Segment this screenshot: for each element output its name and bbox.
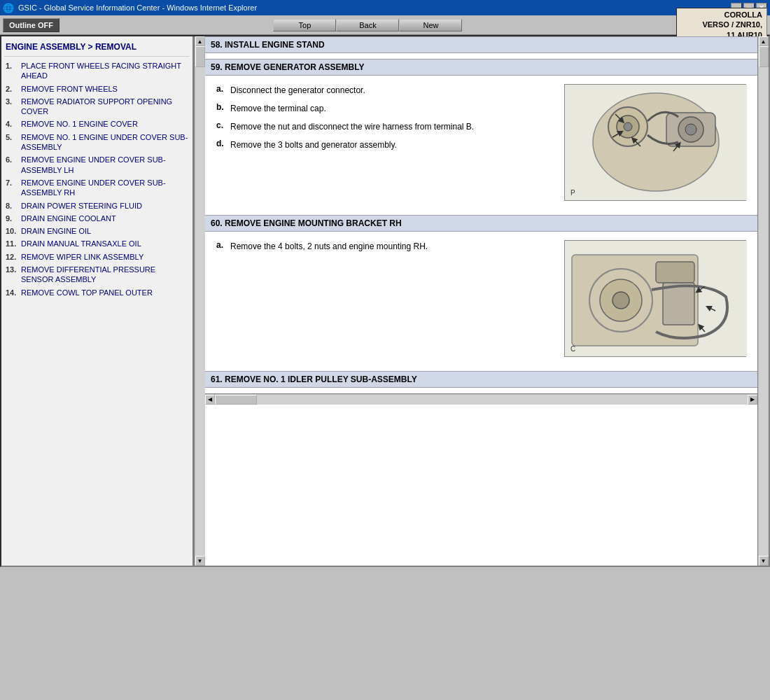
- sidebar-item-num: 3.: [6, 97, 21, 106]
- step-60a-label: a.: [216, 240, 230, 250]
- sidebar-item-text[interactable]: REMOVE COWL TOP PANEL OUTER: [21, 288, 153, 298]
- toolbar: Outline OFF Top Back New COROLLA VERSO /…: [0, 15, 770, 35]
- sidebar-item-num: 4.: [6, 119, 21, 129]
- svg-point-17: [612, 292, 629, 309]
- hscroll-track[interactable]: [215, 395, 748, 405]
- sidebar-item-5[interactable]: 5.REMOVE NO. 1 ENGINE UNDER COVER SUB-AS…: [4, 131, 190, 154]
- content-hscrollbar[interactable]: ◀ ▶: [205, 393, 757, 405]
- engine-diagram-c: C: [565, 241, 747, 356]
- content-scroll-down[interactable]: ▼: [759, 556, 769, 566]
- ie-icon: 🌐: [3, 3, 14, 13]
- back-button[interactable]: Back: [336, 19, 399, 31]
- sidebar-item-text[interactable]: PLACE FRONT WHEELS FACING STRAIGHT AHEAD: [21, 61, 188, 81]
- sidebar-item-10[interactable]: 10.DRAIN ENGINE OIL: [4, 225, 190, 237]
- step-59d-text: Remove the 3 bolts and generator assembl…: [230, 139, 397, 151]
- step-59d-label: d.: [216, 139, 230, 148]
- step-59c-text: Remove the nut and disconnect the wire h…: [230, 120, 474, 133]
- title-bar-left: 🌐 GSIC - Global Service Information Cent…: [3, 3, 257, 13]
- sidebar-item-text[interactable]: DRAIN MANUAL TRANSAXLE OIL: [21, 239, 141, 248]
- sidebar-item-2[interactable]: 2.REMOVE FRONT WHEELS: [4, 83, 190, 95]
- sidebar-item-text[interactable]: REMOVE RADIATOR SUPPORT OPENING COVER: [21, 97, 188, 117]
- svg-text:C: C: [570, 345, 575, 353]
- section-59-header: 59. REMOVE GENERATOR ASSEMBLY: [205, 59, 757, 76]
- sidebar-item-text[interactable]: REMOVE NO. 1 ENGINE COVER: [21, 119, 138, 129]
- step-59c-label: c.: [216, 120, 230, 130]
- content-area: 58. INSTALL ENGINE STAND 59. REMOVE GENE…: [205, 36, 757, 566]
- outline-button[interactable]: Outline OFF: [3, 18, 59, 32]
- section-59-body: P a. Disconnect the generator connector.…: [205, 78, 757, 209]
- sidebar-item-num: 7.: [6, 178, 21, 188]
- sidebar-item-8[interactable]: 8.DRAIN POWER STEERING FLUID: [4, 200, 190, 212]
- scroll-thumb[interactable]: [195, 46, 205, 67]
- step-59b-label: b.: [216, 102, 230, 112]
- diagram-p: P: [564, 84, 746, 201]
- sidebar-item-num: 14.: [6, 288, 21, 298]
- top-button[interactable]: Top: [273, 19, 336, 31]
- sidebar-item-num: 10.: [6, 226, 21, 236]
- sidebar-item-text[interactable]: REMOVE DIFFERENTIAL PRESSURE SENSOR ASSE…: [21, 265, 188, 285]
- sidebar-item-13[interactable]: 13.REMOVE DIFFERENTIAL PRESSURE SENSOR A…: [4, 263, 190, 286]
- content-scroll-track[interactable]: [759, 46, 769, 556]
- step-59b: b. Remove the terminal cap.: [211, 99, 553, 118]
- scroll-track[interactable]: [195, 46, 205, 556]
- sidebar-item-text[interactable]: REMOVE NO. 1 ENGINE UNDER COVER SUB-ASSE…: [21, 132, 188, 153]
- sidebar-item-text[interactable]: DRAIN ENGINE COOLANT: [21, 214, 116, 223]
- nav-buttons: Top Back New: [273, 19, 462, 31]
- sidebar-item-num: 6.: [6, 155, 21, 164]
- hscroll-right-button[interactable]: ▶: [748, 395, 757, 405]
- sidebar-item-1[interactable]: 1.PLACE FRONT WHEELS FACING STRAIGHT AHE…: [4, 59, 190, 83]
- sidebar-item-14[interactable]: 14.REMOVE COWL TOP PANEL OUTER: [4, 286, 190, 299]
- sidebar-item-9[interactable]: 9.DRAIN ENGINE COOLANT: [4, 212, 190, 225]
- diagram-c: C: [564, 240, 746, 357]
- sidebar-item-num: 11.: [6, 239, 21, 248]
- engine-diagram-p: P: [565, 85, 747, 200]
- sidebar-item-num: 2.: [6, 84, 21, 94]
- sidebar-item-7[interactable]: 7.REMOVE ENGINE UNDER COVER SUB-ASSEMBLY…: [4, 176, 190, 200]
- sidebar-item-num: 1.: [6, 61, 21, 71]
- content-scroll-up[interactable]: ▲: [759, 36, 769, 46]
- section-61-header: 61. REMOVE NO. 1 IDLER PULLEY SUB-ASSEMB…: [205, 371, 757, 388]
- sidebar-item-num: 12.: [6, 252, 21, 262]
- sidebar-item-6[interactable]: 6.REMOVE ENGINE UNDER COVER SUB-ASSEMBLY…: [4, 153, 190, 176]
- section-58-header: 58. INSTALL ENGINE STAND: [205, 36, 757, 53]
- sidebar-item-text[interactable]: REMOVE WIPER LINK ASSEMBLY: [21, 252, 144, 262]
- new-button[interactable]: New: [399, 19, 462, 31]
- sidebar-item-text[interactable]: REMOVE ENGINE UNDER COVER SUB-ASSEMBLY L…: [21, 155, 188, 175]
- sidebar-item-3[interactable]: 3.REMOVE RADIATOR SUPPORT OPENING COVER: [4, 95, 190, 118]
- title-bar: 🌐 GSIC - Global Service Information Cent…: [0, 0, 770, 15]
- svg-point-4: [624, 122, 632, 131]
- section-60-header: 60. REMOVE ENGINE MOUNTING BRACKET RH: [205, 215, 757, 232]
- scroll-down-button[interactable]: ▼: [195, 556, 205, 566]
- svg-text:P: P: [570, 189, 575, 197]
- section-60: 60. REMOVE ENGINE MOUNTING BRACKET RH: [205, 215, 757, 365]
- hscroll-thumb[interactable]: [215, 395, 257, 405]
- content-scroll-thumb[interactable]: [759, 46, 769, 67]
- sidebar-item-num: 8.: [6, 201, 21, 211]
- sidebar-item-4[interactable]: 4.REMOVE NO. 1 ENGINE COVER: [4, 118, 190, 130]
- section-59: 59. REMOVE GENERATOR ASSEMBLY: [205, 59, 757, 209]
- section-61: 61. REMOVE NO. 1 IDLER PULLEY SUB-ASSEMB…: [205, 371, 757, 388]
- step-60a-text: Remove the 4 bolts, 2 nuts and engine mo…: [230, 240, 428, 253]
- section-58: 58. INSTALL ENGINE STAND: [205, 36, 757, 53]
- scroll-up-button[interactable]: ▲: [195, 36, 205, 46]
- step-60a: a. Remove the 4 bolts, 2 nuts and engine…: [211, 237, 553, 255]
- step-59d: d. Remove the 3 bolts and generator asse…: [211, 136, 553, 154]
- sidebar-item-12[interactable]: 12.REMOVE WIPER LINK ASSEMBLY: [4, 251, 190, 263]
- content-scrollbar[interactable]: ▲ ▼: [757, 36, 769, 566]
- sidebar-item-text[interactable]: REMOVE ENGINE UNDER COVER SUB-ASSEMBLY R…: [21, 178, 188, 198]
- sidebar-title: ENGINE ASSEMBLY > REMOVAL: [4, 39, 190, 57]
- sidebar-item-text[interactable]: REMOVE FRONT WHEELS: [21, 84, 118, 94]
- sidebar-item-11[interactable]: 11.DRAIN MANUAL TRANSAXLE OIL: [4, 237, 190, 250]
- step-59b-text: Remove the terminal cap.: [230, 102, 326, 115]
- sidebar-item-text[interactable]: DRAIN POWER STEERING FLUID: [21, 201, 142, 211]
- sidebar-item-text[interactable]: DRAIN ENGINE OIL: [21, 226, 91, 236]
- svg-rect-18: [656, 262, 694, 283]
- svg-point-7: [685, 124, 696, 135]
- hscroll-left-button[interactable]: ◀: [205, 395, 215, 405]
- step-59a-text: Disconnect the generator connector.: [230, 84, 365, 97]
- sidebar-scrollbar[interactable]: ▲ ▼: [194, 36, 205, 566]
- sidebar-item-num: 5.: [6, 132, 21, 142]
- sidebar-item-num: 9.: [6, 214, 21, 223]
- sidebar-item-num: 13.: [6, 265, 21, 274]
- step-59a-label: a.: [216, 84, 230, 94]
